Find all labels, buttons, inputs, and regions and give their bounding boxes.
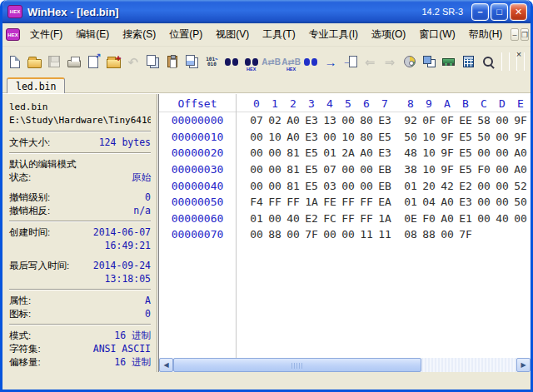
find-next-button[interactable] <box>301 52 321 72</box>
hex-byte-cell[interactable]: E3 <box>456 196 475 208</box>
document-icon[interactable]: HEX <box>6 28 20 41</box>
hex-byte-cell[interactable]: 9F <box>438 131 456 143</box>
hex-byte-cell[interactable]: A0 <box>511 146 530 159</box>
mdi-restore-button[interactable]: ❐ <box>521 28 529 41</box>
edit-folder-button[interactable] <box>103 52 123 72</box>
hex-byte-cell[interactable]: E3 <box>302 114 321 127</box>
hex-byte-cell[interactable]: 11 <box>357 228 376 241</box>
print-button[interactable] <box>64 52 84 72</box>
hex-byte-cell[interactable]: 00 <box>266 163 284 176</box>
hex-byte-cell[interactable]: 20 <box>420 180 438 192</box>
hex-byte-cell[interactable]: A0 <box>438 212 456 225</box>
hex-byte-cell[interactable]: 00 <box>321 228 339 241</box>
app-icon[interactable]: HEX <box>7 5 22 18</box>
hex-byte-cell[interactable]: 00 <box>284 228 302 241</box>
hex-byte-cell[interactable]: E3 <box>376 114 394 127</box>
hex-byte-cell[interactable]: FF <box>339 196 357 208</box>
hex-byte-cell[interactable]: 07 <box>321 163 339 176</box>
hex-byte-cell[interactable]: 7F <box>302 228 321 241</box>
hex-byte-cell[interactable]: 81 <box>284 146 302 159</box>
menu-item-7[interactable]: 选项(O) <box>365 24 412 45</box>
scrollbar-thumb[interactable] <box>173 358 421 372</box>
hex-byte-cell[interactable]: 01 <box>401 196 420 208</box>
copy-button[interactable] <box>143 52 163 72</box>
paste-button[interactable] <box>162 52 182 72</box>
hex-byte-cell[interactable]: 92 <box>401 114 420 127</box>
hex-byte-cell[interactable]: 48 <box>401 146 420 159</box>
hex-byte-cell[interactable]: 00 <box>247 180 266 192</box>
hex-byte-cell[interactable]: 38 <box>401 163 420 176</box>
hex-byte-cell[interactable]: EE <box>456 114 475 127</box>
scroll-right-button[interactable]: ▶ <box>516 358 531 372</box>
hex-byte-cell[interactable]: E2 <box>302 212 321 225</box>
find-text-button[interactable] <box>222 52 242 72</box>
hex-byte-cell[interactable]: 9F <box>511 131 530 143</box>
minimize-button[interactable]: – <box>471 3 489 21</box>
hex-byte-cell[interactable]: 00 <box>511 212 530 225</box>
hex-byte-cell[interactable]: 10 <box>420 131 438 143</box>
hex-byte-cell[interactable]: 01 <box>401 180 420 192</box>
hex-byte-cell[interactable]: 00 <box>266 146 284 159</box>
menu-item-0[interactable]: 文件(F) <box>23 24 69 45</box>
open-disk-button[interactable] <box>400 52 420 72</box>
calculator-button[interactable] <box>459 52 479 72</box>
hex-byte-cell[interactable]: 00 <box>339 180 357 192</box>
hex-byte-cell[interactable]: 02 <box>266 114 284 127</box>
hex-byte-cell[interactable]: 01 <box>247 212 266 225</box>
hex-byte-cell[interactable]: E1 <box>456 212 475 225</box>
hex-byte-cell[interactable]: E5 <box>456 131 475 143</box>
maximize-button[interactable]: □ <box>491 3 508 21</box>
hex-byte-cell[interactable]: 88 <box>420 228 438 241</box>
open-folder-button[interactable] <box>25 52 45 72</box>
hex-byte-cell[interactable]: 00 <box>266 180 284 192</box>
menu-item-6[interactable]: 专业工具(I) <box>302 24 365 45</box>
hex-byte-cell[interactable]: F0 <box>475 163 493 176</box>
hex-byte-cell[interactable]: 00 <box>321 131 339 143</box>
mdi-minimize-button[interactable]: – <box>511 28 519 41</box>
menu-item-4[interactable]: 视图(V) <box>209 24 256 45</box>
menu-item-2[interactable]: 搜索(S) <box>116 24 162 45</box>
hex-editor-area[interactable]: Offset 0123456789ABCDE 000000000702A0E31… <box>158 94 531 358</box>
hex-byte-cell[interactable]: 81 <box>284 180 302 192</box>
hex-byte-cell[interactable]: 9F <box>511 114 530 127</box>
hex-byte-cell[interactable]: 00 <box>438 228 456 241</box>
goto-button[interactable]: → <box>321 52 341 72</box>
hex-byte-cell[interactable]: 11 <box>376 228 394 241</box>
hex-byte-cell[interactable]: 58 <box>475 114 493 127</box>
replace-text-button[interactable]: A⇄B <box>262 52 281 72</box>
hex-byte-cell[interactable]: A0 <box>284 114 302 127</box>
hex-byte-cell[interactable]: FF <box>284 196 302 208</box>
hex-byte-cell[interactable]: 03 <box>321 180 339 192</box>
hex-byte-cell[interactable]: 00 <box>247 163 266 176</box>
hex-byte-cell[interactable]: 80 <box>357 131 376 143</box>
hex-byte-cell[interactable]: 00 <box>247 131 266 143</box>
hex-byte-cell[interactable]: 00 <box>266 212 284 225</box>
hex-byte-cell[interactable]: E2 <box>456 180 475 192</box>
hex-byte-cell[interactable]: 9F <box>438 146 456 159</box>
menu-item-9[interactable]: 帮助(H) <box>462 24 510 45</box>
magnifier-button[interactable] <box>478 52 498 72</box>
hex-byte-cell[interactable]: A0 <box>357 146 376 159</box>
hex-byte-cell[interactable]: 07 <box>247 114 266 127</box>
hex-byte-cell[interactable]: 04 <box>420 196 438 208</box>
hex-byte-cell[interactable]: 2A <box>339 146 357 159</box>
hex-byte-cell[interactable]: 00 <box>475 212 493 225</box>
hex-byte-cell[interactable]: 00 <box>493 131 511 143</box>
scroll-left-button[interactable]: ◀ <box>159 358 173 372</box>
hex-byte-cell[interactable]: 52 <box>511 180 530 192</box>
scrollbar-track[interactable] <box>173 358 516 372</box>
hex-byte-cell[interactable]: 01 <box>321 146 339 159</box>
hex-byte-cell[interactable]: A0 <box>438 196 456 208</box>
properties-button[interactable] <box>84 52 104 72</box>
find-hex-button[interactable]: HEX <box>242 52 262 72</box>
hex-byte-cell[interactable]: 0E <box>401 212 420 225</box>
hex-byte-cell[interactable]: 0F <box>420 114 438 127</box>
menu-item-3[interactable]: 位置(P) <box>162 24 209 45</box>
hex-byte-cell[interactable]: E5 <box>456 163 475 176</box>
hex-byte-cell[interactable]: 10 <box>266 131 284 143</box>
hex-byte-cell[interactable]: 40 <box>493 212 511 225</box>
hex-byte-cell[interactable]: 00 <box>339 114 357 127</box>
hex-byte-cell[interactable]: 42 <box>438 180 456 192</box>
hex-byte-cell[interactable]: E5 <box>302 146 321 159</box>
hex-byte-cell[interactable]: EA <box>376 196 394 208</box>
